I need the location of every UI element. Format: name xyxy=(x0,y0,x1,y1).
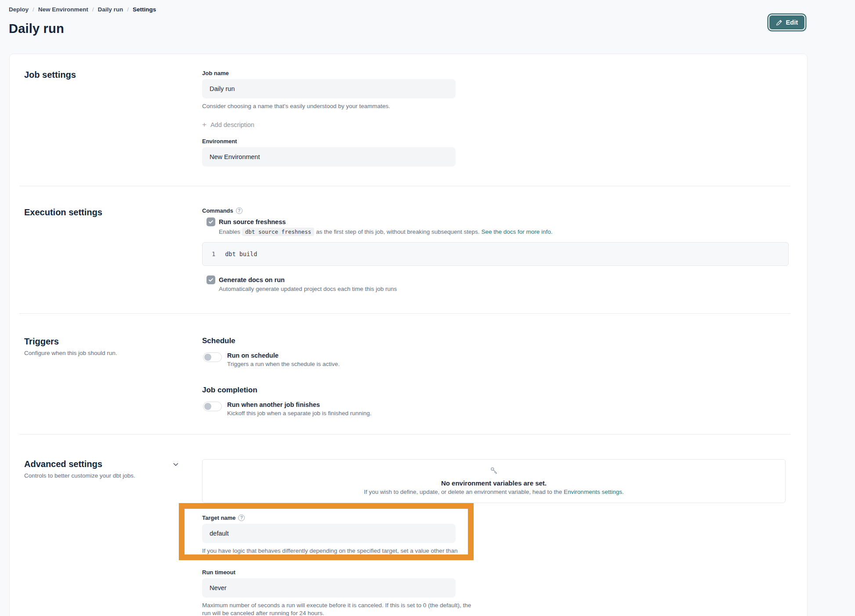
advanced-settings-description: Controls to better customize your dbt jo… xyxy=(24,472,202,479)
add-description-label: Add description xyxy=(210,121,254,128)
target-name-input: default xyxy=(202,524,456,543)
generate-docs-desc: Automatically generate updated project d… xyxy=(219,286,789,292)
section-advanced-settings: Advanced settings Controls to better cus… xyxy=(10,435,807,616)
edit-button-label: Edit xyxy=(786,19,798,26)
toggle-knob xyxy=(204,354,211,361)
generate-docs-row: Generate docs on run xyxy=(202,275,789,284)
breadcrumb-settings: Settings xyxy=(133,6,156,13)
environment-input: New Environment xyxy=(202,147,456,167)
docs-link[interactable]: See the docs for more info. xyxy=(482,228,553,235)
generate-docs-checkbox xyxy=(207,275,215,284)
env-vars-body-suffix: . xyxy=(622,489,624,495)
target-name-highlight-region: Target name ? default If you have logic … xyxy=(179,503,474,560)
env-vars-title: No environment variables are set. xyxy=(441,479,547,487)
run-when-job-finishes-toggle[interactable] xyxy=(203,402,222,411)
run-source-freshness-row: Run source freshness xyxy=(202,217,789,226)
section-execution-settings: Execution settings Commands ? Run source… xyxy=(10,186,807,313)
key-icon xyxy=(489,466,499,478)
run-timeout-help: Maximum number of seconds a run will exe… xyxy=(202,602,475,616)
breadcrumb: Deploy / New Environment / Daily run / S… xyxy=(9,6,855,13)
environments-settings-link[interactable]: Environments settings xyxy=(564,489,622,495)
env-vars-body: If you wish to define, update, or delete… xyxy=(364,489,623,495)
commands-label-text: Commands xyxy=(202,207,233,214)
job-completion-heading: Job completion xyxy=(202,386,789,395)
generate-docs-label: Generate docs on run xyxy=(219,276,285,283)
page-header: Deploy / New Environment / Daily run / S… xyxy=(0,0,855,36)
run-when-job-finishes-row: Run when another job finishes Kickoff th… xyxy=(202,401,789,417)
env-vars-empty-panel: No environment variables are set. If you… xyxy=(202,459,786,503)
pencil-icon xyxy=(776,19,783,26)
breadcrumb-job[interactable]: Daily run xyxy=(98,6,123,13)
section-job-settings: Job settings Job name Daily run Consider… xyxy=(10,54,807,186)
checkmark-icon xyxy=(208,219,214,225)
breadcrumb-separator: / xyxy=(92,6,94,13)
generate-docs-desc-text: Automatically generate updated project d… xyxy=(219,286,397,292)
triggers-heading: Triggers xyxy=(24,337,202,347)
inline-code-chip: dbt source freshness xyxy=(242,228,315,236)
help-icon[interactable]: ? xyxy=(238,515,245,521)
run-timeout-label: Run timeout xyxy=(202,569,789,576)
run-on-schedule-row: Run on schedule Triggers a run when the … xyxy=(202,352,789,367)
run-source-freshness-label: Run source freshness xyxy=(219,218,286,225)
add-description-button[interactable]: + Add description xyxy=(202,120,254,129)
plus-icon: + xyxy=(202,120,207,129)
run-source-freshness-checkbox xyxy=(207,217,215,226)
desc-prefix: Enables xyxy=(219,228,240,235)
run-when-job-finishes-desc: Kickoff this job when a separate job is … xyxy=(227,410,371,417)
run-timeout-input: Never xyxy=(202,578,456,598)
help-icon[interactable]: ? xyxy=(236,207,243,214)
target-name-help: If you have logic that behaves different… xyxy=(202,547,459,560)
toggle-knob xyxy=(204,403,211,410)
run-source-freshness-desc: Enables dbt source freshness as the firs… xyxy=(219,228,789,236)
run-when-job-finishes-label: Run when another job finishes xyxy=(227,401,371,408)
breadcrumb-deploy[interactable]: Deploy xyxy=(9,6,29,13)
commands-label: Commands ? xyxy=(202,207,789,214)
run-timeout-group: Run timeout Never Maximum number of seco… xyxy=(202,569,789,616)
target-name-label: Target name ? xyxy=(202,515,474,521)
environment-label: Environment xyxy=(202,138,789,145)
breadcrumb-environment[interactable]: New Environment xyxy=(38,6,88,13)
job-name-help: Consider choosing a name that's easily u… xyxy=(202,102,475,111)
run-on-schedule-toggle[interactable] xyxy=(203,352,222,362)
chevron-down-icon[interactable] xyxy=(172,461,179,470)
checkmark-icon xyxy=(208,277,214,283)
env-vars-body-text: If you wish to define, update, or delete… xyxy=(364,489,562,495)
target-name-label-text: Target name xyxy=(202,515,235,521)
breadcrumb-separator: / xyxy=(127,6,129,13)
breadcrumb-separator: / xyxy=(33,6,34,13)
section-triggers: Triggers Configure when this job should … xyxy=(10,314,807,434)
page-title: Daily run xyxy=(9,22,855,36)
job-name-input: Daily run xyxy=(202,79,456,98)
run-on-schedule-desc: Triggers a run when the schedule is acti… xyxy=(227,361,340,367)
execution-settings-heading: Execution settings xyxy=(24,207,202,217)
commands-code-editor: 1 dbt build xyxy=(202,242,789,266)
code-line-text: dbt build xyxy=(225,250,257,257)
triggers-description: Configure when this job should run. xyxy=(24,350,202,356)
job-settings-heading: Job settings xyxy=(24,70,202,80)
edit-button[interactable]: Edit xyxy=(768,14,805,30)
run-on-schedule-label: Run on schedule xyxy=(227,352,340,359)
desc-suffix: as the first step of this job, without b… xyxy=(316,228,479,235)
settings-card: Job settings Job name Daily run Consider… xyxy=(9,54,808,616)
job-name-label: Job name xyxy=(202,70,789,76)
code-line-number: 1 xyxy=(212,250,215,257)
schedule-heading: Schedule xyxy=(202,337,789,345)
